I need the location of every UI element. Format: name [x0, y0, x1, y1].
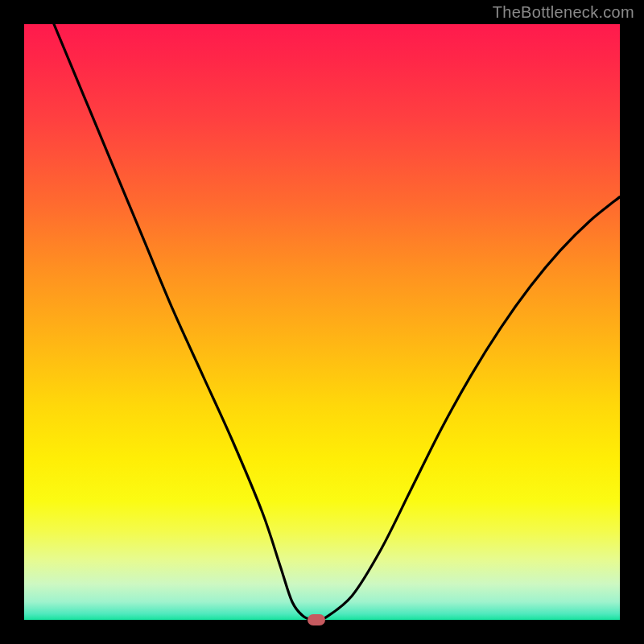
optimal-point-marker — [308, 614, 325, 625]
bottleneck-curve-path — [54, 24, 620, 620]
chart-frame: TheBottleneck.com — [0, 0, 644, 644]
curve-svg — [24, 24, 620, 620]
watermark-text: TheBottleneck.com — [493, 3, 634, 22]
plot-area — [24, 24, 620, 620]
